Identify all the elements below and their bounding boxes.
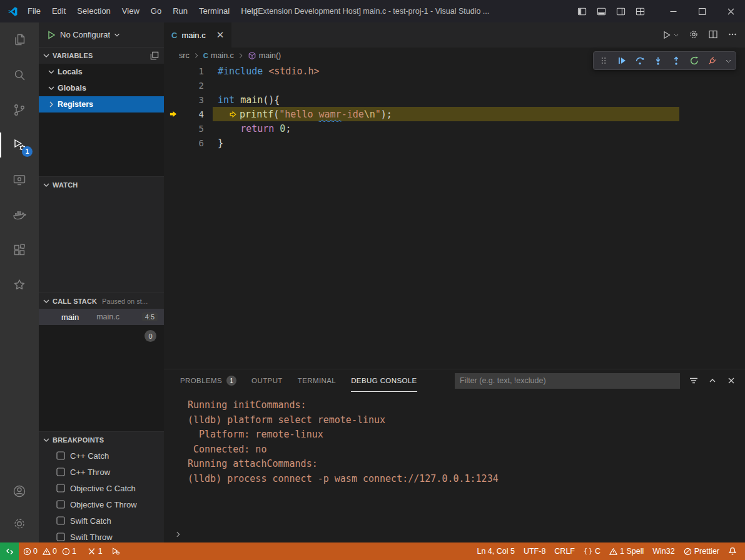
toggle-sidebar-icon[interactable] [577, 7, 587, 16]
eol-sequence[interactable]: CRLF [550, 542, 579, 560]
continue-button[interactable] [616, 54, 628, 68]
toolbar-drag-handle[interactable] [597, 54, 610, 68]
code-line-6[interactable]: 6} [164, 136, 745, 150]
start-debugging-icon[interactable] [46, 30, 56, 40]
menu-go[interactable]: Go [145, 0, 167, 22]
checkbox[interactable] [56, 532, 65, 541]
status-bar: 0 0 1 1 Ln 4, Col 5 UTF-8 CRLF C 1 Spell… [0, 542, 745, 560]
checkbox[interactable] [56, 516, 65, 525]
minimize-button[interactable] [659, 0, 687, 22]
breadcrumb-symbol[interactable]: main() [259, 51, 281, 60]
extensions-icon[interactable] [0, 232, 39, 268]
checkbox[interactable] [56, 484, 65, 492]
restart-button[interactable] [688, 54, 701, 68]
vscode-window: FileEditSelectionViewGoRunTerminalHelp [… [0, 0, 745, 560]
formatter-status[interactable]: Prettier [679, 542, 724, 560]
menu-file[interactable]: File [22, 0, 46, 22]
filter-lines-icon[interactable] [689, 376, 699, 386]
settings-gear-icon[interactable] [0, 508, 39, 540]
run-and-debug-icon[interactable]: 1 [0, 128, 39, 162]
step-out-button[interactable] [670, 54, 682, 68]
toggle-panel-icon[interactable] [597, 7, 606, 16]
code-line-3[interactable]: 3int main(){ [164, 92, 745, 107]
code-editor[interactable]: 1#include <stdio.h>23int main(){4 printf… [164, 64, 745, 369]
current-line-arrow-icon[interactable] [164, 109, 183, 119]
line-number: 5 [183, 124, 204, 134]
search-icon[interactable] [0, 58, 39, 92]
menu-terminal[interactable]: Terminal [193, 0, 235, 22]
account-icon[interactable] [0, 475, 39, 508]
more-actions-icon[interactable] [727, 29, 737, 41]
debug-console-input[interactable] [164, 526, 745, 542]
panel-tab-debug-console[interactable]: DEBUG CONSOLE [351, 369, 417, 392]
star-icon[interactable] [0, 268, 39, 302]
menu-edit[interactable]: Edit [46, 0, 71, 22]
maximize-button[interactable] [687, 0, 716, 22]
breadcrumb-dir[interactable]: src [179, 51, 190, 60]
breakpoints-section-header[interactable]: BREAKPOINTS [39, 431, 164, 448]
tree-item-label: Globals [58, 84, 86, 92]
checkbox[interactable] [56, 451, 65, 460]
docker-icon[interactable] [0, 198, 39, 232]
problems-status[interactable]: 0 0 1 [19, 542, 83, 560]
tab-main-c[interactable]: C main.c ✕ [164, 22, 231, 48]
breakpoint-objective-c-catch[interactable]: Objective C Catch [39, 480, 164, 496]
close-panel-icon[interactable] [726, 376, 736, 386]
breakpoint-c-throw[interactable]: C++ Throw [39, 464, 164, 480]
remote-explorer-icon[interactable] [0, 162, 39, 198]
encoding[interactable]: UTF-8 [519, 542, 550, 560]
variables-item-globals[interactable]: Globals [39, 80, 164, 96]
variables-item-locals[interactable]: Locals [39, 64, 164, 80]
debug-status-icon[interactable] [107, 542, 124, 560]
checkbox[interactable] [56, 500, 65, 509]
remote-indicator[interactable] [0, 542, 19, 560]
language-mode[interactable]: C [579, 542, 605, 560]
debug-sidebar: No Configurat VARIABLES LocalsGlobalsReg… [39, 22, 164, 542]
debug-console-output[interactable]: Running initCommands:(lldb) platform sel… [164, 392, 745, 526]
debug-config-select[interactable]: No Configurat [60, 30, 121, 39]
breakpoint-swift-throw[interactable]: Swift Throw [39, 529, 164, 542]
split-editor-icon[interactable] [708, 29, 718, 41]
open-view-icon[interactable] [150, 51, 159, 60]
tools-status[interactable]: 1 [83, 542, 107, 560]
step-over-button[interactable] [634, 54, 646, 68]
spell-checker-status[interactable]: 1 Spell [605, 542, 648, 560]
close-button[interactable] [716, 0, 745, 22]
explorer-icon[interactable] [0, 22, 39, 58]
stack-frame-row[interactable]: main main.c 4:5 [39, 309, 164, 325]
code-line-5[interactable]: 5 return 0; [164, 121, 745, 136]
menu-selection[interactable]: Selection [71, 0, 116, 22]
run-file-button[interactable] [662, 30, 679, 40]
notifications-bell-icon[interactable] [724, 542, 741, 560]
breakpoint-objective-c-throw[interactable]: Objective C Throw [39, 496, 164, 512]
panel-tab-terminal[interactable]: TERMINAL [298, 369, 336, 392]
console-filter-input[interactable] [455, 373, 680, 389]
menu-view[interactable]: View [116, 0, 145, 22]
panel-tab-problems[interactable]: PROBLEMS1 [180, 369, 236, 392]
watch-section-header[interactable]: WATCH [39, 176, 164, 192]
breakpoint-c-catch[interactable]: C++ Catch [39, 448, 164, 464]
panel-tab-output[interactable]: OUTPUT [251, 369, 283, 392]
checkbox[interactable] [56, 468, 65, 476]
step-into-button[interactable] [652, 54, 664, 68]
menu-run[interactable]: Run [167, 0, 193, 22]
stack-frame-file: main.c [96, 312, 119, 321]
platform-target[interactable]: Win32 [648, 542, 679, 560]
close-tab-icon[interactable]: ✕ [216, 29, 225, 41]
code-line-4[interactable]: 4 printf("hello wamr-ide\n"); [164, 107, 745, 121]
customize-layout-icon[interactable] [636, 7, 645, 16]
editor-settings-gear-icon[interactable] [689, 29, 699, 41]
line-number: 1 [183, 66, 204, 76]
code-line-2[interactable]: 2 [164, 78, 745, 92]
maximize-panel-chevron-icon[interactable] [707, 376, 717, 386]
toggle-secondary-sidebar-icon[interactable] [616, 7, 626, 16]
call-stack-section-header[interactable]: CALL STACK Paused on st... [39, 292, 164, 309]
variables-item-registers[interactable]: Registers [39, 96, 164, 112]
debug-session-chevron-icon[interactable] [724, 54, 732, 68]
cursor-position[interactable]: Ln 4, Col 5 [472, 542, 519, 560]
disconnect-button[interactable] [706, 54, 719, 68]
variables-section-header[interactable]: VARIABLES [39, 48, 164, 64]
breakpoint-swift-catch[interactable]: Swift Catch [39, 512, 164, 529]
breadcrumb-file[interactable]: main.c [211, 51, 234, 60]
source-control-icon[interactable] [0, 92, 39, 128]
